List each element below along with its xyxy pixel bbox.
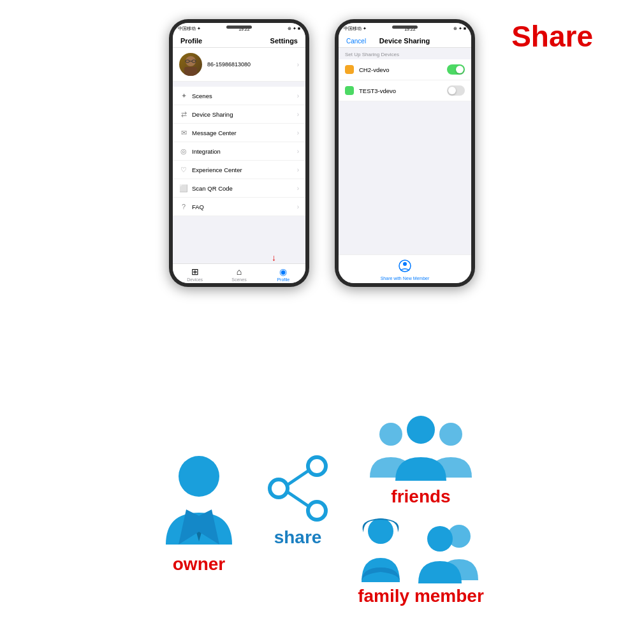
qr-icon: ⬜ [179,184,188,193]
svg-point-14 [379,423,402,446]
family-group [352,513,490,583]
menu-message[interactable]: ✉ Message Center › [173,124,305,142]
avatar [179,53,202,76]
svg-line-12 [287,471,309,485]
svg-point-10 [308,502,326,520]
profile-tab-icon: ◉ [279,267,287,277]
device-name-test3: TEST3-vdevo [359,87,442,94]
nav-bar-1: Profile Settings [173,33,305,48]
status-bar-1: 中国移动 ✦ 19:22 ⊕ ✦ ■ [173,23,305,33]
time-1: 19:22 [238,27,250,31]
svg-point-6 [403,262,407,266]
phones-section: Share 中国移动 ✦ 19:22 ⊕ ✦ ■ Profile Setting… [0,0,644,287]
profile-phone: 86-15986813080 [207,61,251,68]
sharing-label: Device Sharing [192,111,297,118]
share-new-label[interactable]: Share with New Member [381,276,430,281]
phone-sharing: 中国移动 ✦ 19:22 ⊕ ✦ ■ Cancel Device Sharing… [335,19,475,287]
bottom-section: owner share [0,376,644,644]
integration-icon: ◎ [179,147,188,156]
menu-scenes[interactable]: ✦ Scenes › [173,87,305,105]
share-group: share [244,453,352,548]
family-woman-icon [352,513,409,583]
svg-point-7 [179,456,219,497]
friends-group: friends [367,414,475,507]
icons-2: ⊕ ✦ ■ [453,26,466,31]
owner-icon [154,446,244,548]
phone-profile: 中国移动 ✦ 19:22 ⊕ ✦ ■ Profile Settings [169,19,309,287]
device-dot-test3 [345,86,354,95]
toggle-ch2[interactable] [447,64,465,75]
svg-line-13 [287,492,309,506]
menu-faq[interactable]: ? FAQ › [173,198,305,216]
faq-icon: ? [179,202,188,211]
share-new-icon [398,259,412,276]
svg-point-19 [427,526,453,552]
svg-rect-1 [184,67,197,76]
device-sharing-title: Device Sharing [379,37,430,45]
menu-list: ✦ Scenes › ⇄ Device Sharing › ➜ ✉ Messag… [173,82,305,263]
message-label: Message Center [192,129,297,136]
tab-devices[interactable]: ⊞ Devices [173,267,217,282]
profile-chevron: › [297,61,299,68]
menu-experience[interactable]: ♡ Experience Center › [173,161,305,179]
svg-point-11 [270,479,288,497]
owner-label: owner [173,554,225,574]
time-2: 19:22 [404,27,416,31]
experience-label: Experience Center [192,166,297,173]
integration-label: Integration [192,148,297,155]
icons-1: ⊕ ✦ ■ [288,26,300,31]
family-label: family member [358,586,484,606]
qr-label: Scan QR Code [192,185,297,192]
share-icon [263,453,333,523]
tab-profile[interactable]: ◉ Profile [261,267,305,282]
friends-label: friends [391,487,450,507]
svg-point-16 [407,416,435,444]
cancel-btn[interactable]: Cancel [346,38,366,45]
toggle-test3[interactable] [447,85,465,96]
section-label: Set Up Sharing Devices [339,48,471,59]
share-title: Share [511,19,593,54]
menu-device-sharing[interactable]: ⇄ Device Sharing › ➜ [173,105,305,124]
profile-tab-label: Profile [277,277,289,282]
owner-group: owner [154,446,244,574]
right-group: friends [352,414,490,606]
svg-point-15 [439,423,462,446]
sharing-icon: ⇄ [179,110,188,119]
menu-integration[interactable]: ◎ Integration › [173,142,305,161]
nav-settings: Settings [270,37,298,45]
message-icon: ✉ [179,128,188,137]
nav-bar-2: Cancel Device Sharing [339,33,471,48]
signal-2: 中国移动 ✦ [344,26,367,32]
nav-profile: Profile [180,37,202,45]
signal-1: 中国移动 ✦ [178,26,201,32]
faq-label: FAQ [192,203,297,210]
device-test3[interactable]: TEST3-vdevo [339,80,471,101]
friends-icon [367,414,475,484]
sharing-footer: Share with New Member [339,254,471,283]
menu-qr[interactable]: ⬜ Scan QR Code › [173,179,305,198]
scenes-label: Scenes [192,92,297,99]
svg-point-17 [368,518,393,544]
devices-tab-icon: ⊞ [191,267,199,277]
avatar-inner [179,53,202,76]
experience-icon: ♡ [179,165,188,174]
svg-point-9 [308,457,326,475]
family-group-icon [413,520,490,583]
status-bar-2: 中国移动 ✦ 19:22 ⊕ ✦ ■ [339,23,471,33]
red-arrow-tab: ↓ [272,252,276,263]
device-dot-ch2 [345,65,354,74]
scenes-tab-label: Scenes [231,277,246,282]
scenes-tab-icon: ⌂ [237,267,242,277]
devices-tab-label: Devices [187,277,203,282]
tab-scenes[interactable]: ⌂ Scenes [217,267,261,282]
tab-bar-1: ↓ ⊞ Devices ⌂ Scenes ◉ Profile [173,263,305,283]
spacer [339,101,471,254]
scenes-icon: ✦ [179,91,188,100]
device-ch2[interactable]: CH2-vdevo [339,59,471,80]
device-name-ch2: CH2-vdevo [359,66,442,73]
share-label: share [274,527,322,548]
profile-header: 86-15986813080 › [173,48,305,82]
